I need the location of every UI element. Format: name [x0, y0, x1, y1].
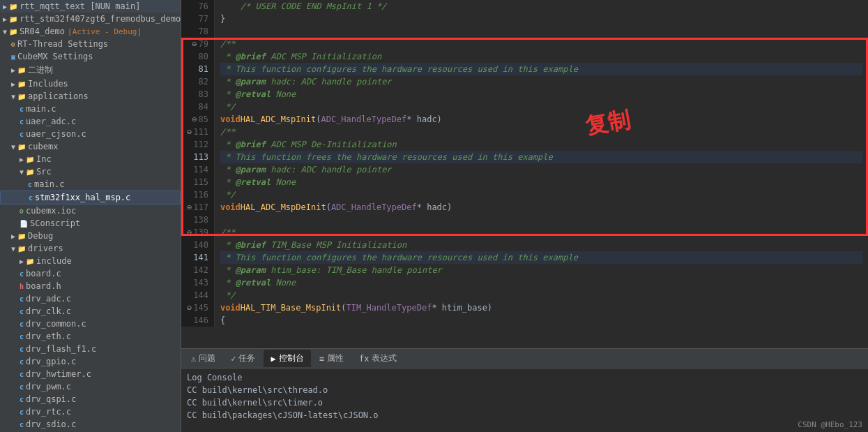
- file-h-icon: h: [20, 283, 24, 290]
- code-area: 767778⊖798081828384⊖85⊖11111211311411511…: [181, 0, 868, 327]
- editor-content[interactable]: 复制 767778⊖798081828384⊖85⊖11111211311411…: [181, 0, 868, 348]
- sidebar-item-inc[interactable]: ▶📁Inc: [0, 153, 181, 165]
- sidebar-label: drv_pwm.c: [26, 382, 71, 392]
- sidebar-item-drivers[interactable]: ▼📁drivers: [0, 242, 181, 255]
- sidebar-item-drv-qspi[interactable]: cdrv_qspi.c: [0, 393, 181, 405]
- folder-arrow-icon: ▶: [3, 3, 7, 10]
- folder-arrow-icon: ▶: [20, 258, 24, 265]
- file-c-icon: c: [20, 345, 24, 353]
- sidebar-item-drv-rtc[interactable]: cdrv_rtc.c: [0, 405, 181, 418]
- code-line-85: void HAL_ADC_MspInit(ADC_HandleTypeDef* …: [220, 113, 862, 126]
- tab-icon-expressions: fx: [359, 354, 369, 364]
- sidebar-label: board.h: [26, 281, 61, 291]
- bottom-tab-console[interactable]: ▶控制台: [264, 350, 310, 367]
- sidebar-item-applications[interactable]: ▼📁applications: [0, 90, 181, 103]
- sidebar-item-drv-pwm[interactable]: cdrv_pwm.c: [0, 380, 181, 393]
- sidebar-label: 二进制: [28, 64, 53, 76]
- sidebar-item-cubemx[interactable]: ▼📁cubemx: [0, 140, 181, 153]
- main-container: ▶📁rtt_mqtt_text [NUN main]▶📁rtt_stm32f40…: [0, 0, 868, 432]
- sidebar-item-drv-common[interactable]: cdrv_common.c: [0, 318, 181, 330]
- line-number-141: 141: [187, 251, 208, 264]
- line-number-142: 142: [187, 264, 208, 276]
- sidebar-item-includes[interactable]: ▶📁Includes: [0, 77, 181, 90]
- sidebar-item-stm32f1-hal[interactable]: cstm32f1xx_hal_msp.c: [0, 191, 181, 204]
- bottom-panel: ⚠问题✓任务▶控制台≡属性fx表达式 Log Console CC build\…: [181, 348, 868, 432]
- bottom-content: Log Console CC build\kernel\src\thread.o…: [181, 368, 868, 432]
- sidebar-item-drv-eth[interactable]: cdrv_eth.c: [0, 330, 181, 343]
- sidebar-label: rtt_stm32f407zgt6_fremodbus_demo [NUN ma…: [20, 14, 181, 24]
- code-line-83: * @retval None: [220, 88, 862, 100]
- bottom-tab-problems[interactable]: ⚠问题: [184, 350, 222, 367]
- sidebar-item-debug[interactable]: ▶📁Debug: [0, 230, 181, 242]
- log-line: CC build\kernel\src\thread.o: [187, 384, 862, 396]
- sidebar-item-include[interactable]: ▶📁include: [0, 255, 181, 267]
- sidebar-label: uaer_adc.c: [26, 117, 76, 126]
- sidebar-label: CubeMX Settings: [17, 52, 93, 61]
- sidebar-item-main-src[interactable]: cmain.c: [0, 178, 181, 191]
- line-number-79: ⊖79: [187, 38, 208, 50]
- bottom-tab-expressions[interactable]: fx表达式: [352, 350, 404, 367]
- sidebar-item-uaer-adc[interactable]: cuaer_adc.c: [0, 115, 181, 128]
- file-c-icon: c: [20, 295, 24, 303]
- sidebar-item-drv-adc[interactable]: cdrv_adc.c: [0, 292, 181, 305]
- line-number-82: 82: [187, 75, 208, 88]
- sidebar-label: include: [36, 256, 72, 266]
- folder-arrow-icon: ▶: [11, 80, 15, 88]
- code-line-142: * @param htim_base: TIM_Base handle poin…: [220, 264, 862, 276]
- sidebar-item-binary[interactable]: ▶📁二进制: [0, 63, 181, 77]
- bottom-tab-properties[interactable]: ≡属性: [312, 350, 351, 367]
- folder-arrow-icon: ▶: [11, 232, 15, 240]
- tab-label-problems: 问题: [199, 352, 215, 364]
- sidebar-item-drv-flash[interactable]: cdrv_flash_f1.c: [0, 343, 181, 355]
- sidebar-item-board-c[interactable]: cboard.c: [0, 267, 181, 280]
- watermark: CSDN @HEbo_123: [798, 420, 862, 429]
- bottom-tab-tasks[interactable]: ✓任务: [224, 350, 262, 367]
- sidebar-item-main-c[interactable]: cmain.c: [0, 103, 181, 115]
- sidebar-item-src[interactable]: ▼📁Src: [0, 165, 181, 178]
- sidebar-item-rtthread[interactable]: ⚙RT-Thread Settings: [0, 38, 181, 50]
- sidebar-label: drv_qspi.c: [26, 394, 76, 404]
- code-line-76: /* USER CODE END MspInit 1 */: [220, 0, 862, 13]
- code-line-77: }: [220, 13, 862, 25]
- sidebar-item-sconscript[interactable]: 📄SConscript: [0, 217, 181, 230]
- sidebar-label: drv_rtc.c: [26, 407, 71, 417]
- sidebar-item-drv-hwtimer[interactable]: cdrv_hwtimer.c: [0, 368, 181, 380]
- sidebar-item-cubemx-settings[interactable]: ▣CubeMX Settings: [0, 50, 181, 63]
- file-c-icon: c: [29, 194, 33, 202]
- folder-arrow-icon: ▼: [11, 93, 15, 100]
- line-number-112: 112: [187, 138, 208, 151]
- folder-arrow-icon: ▶: [3, 15, 7, 23]
- code-line-80: * @brief ADC MSP Initialization: [220, 50, 862, 63]
- tab-icon-tasks: ✓: [231, 354, 236, 364]
- folder-arrow-icon: ▶: [11, 66, 15, 74]
- sidebar-item-drv-gpio[interactable]: cdrv_gpio.c: [0, 355, 181, 368]
- sidebar-item-board-h[interactable]: hboard.h: [0, 280, 181, 292]
- code-line-144: */: [220, 289, 862, 301]
- sidebar-label: cubemx.ioc: [26, 206, 76, 216]
- sidebar-label: SR04_demo: [20, 27, 65, 36]
- sidebar-label: Src: [36, 167, 52, 177]
- sidebar-item-cubemx-ioc[interactable]: ⚙cubemx.ioc: [0, 204, 181, 217]
- code-line-111: /**: [220, 126, 862, 138]
- sidebar-item-rtt-mqtt[interactable]: ▶📁rtt_mqtt_text [NUN main]: [0, 0, 181, 13]
- active-debug-badge: [Active - Debug]: [68, 27, 142, 36]
- line-number-81: 81: [187, 63, 208, 75]
- file-ioc-icon: ⚙: [20, 207, 24, 215]
- code-line-82: * @param hadc: ADC handle pointer: [220, 75, 862, 88]
- file-c-icon: c: [20, 333, 24, 341]
- log-title: Log Console: [187, 371, 862, 384]
- sidebar-item-sr04demo[interactable]: ▼📁SR04_demo[Active - Debug]: [0, 25, 181, 38]
- code-line-138: [220, 214, 862, 226]
- tab-icon-console: ▶: [271, 354, 275, 364]
- sidebar-item-uaer-cjson[interactable]: cuaer_cjson.c: [0, 128, 181, 140]
- folder-icon: 📁: [9, 15, 17, 23]
- sidebar[interactable]: ▶📁rtt_mqtt_text [NUN main]▶📁rtt_stm32f40…: [0, 0, 181, 432]
- sidebar-item-drv-clk[interactable]: cdrv_clk.c: [0, 305, 181, 318]
- sidebar-item-stm32f407[interactable]: ▶📁rtt_stm32f407zgt6_fremodbus_demo [NUN …: [0, 13, 181, 25]
- sidebar-label: main.c: [26, 104, 56, 114]
- sidebar-item-drv-sdio[interactable]: cdrv_sdio.c: [0, 418, 181, 431]
- code-line-139: /**: [220, 226, 862, 239]
- settings-icon: ⚙: [11, 40, 15, 48]
- sidebar-label: main.c: [34, 179, 64, 189]
- folder-arrow-icon: ▼: [20, 168, 24, 176]
